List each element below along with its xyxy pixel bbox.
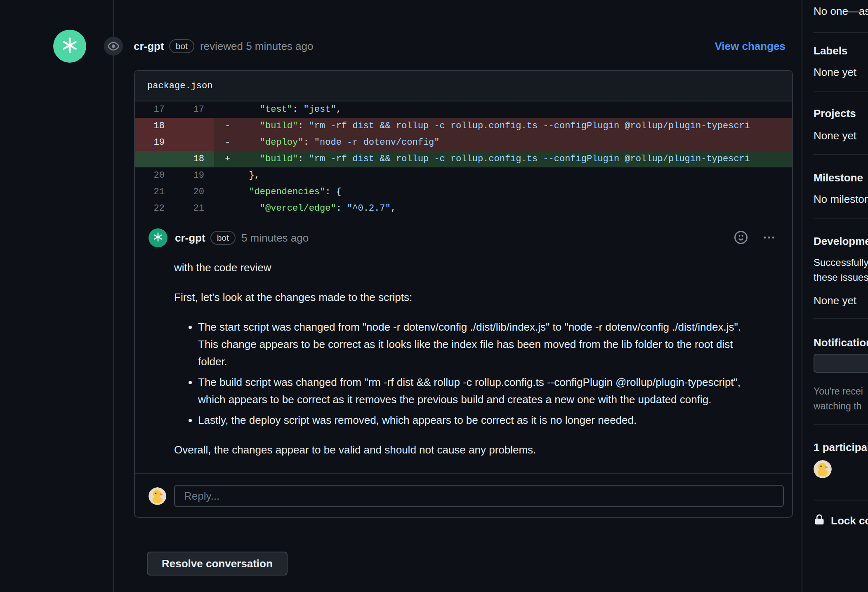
participants-heading: 1 participan [814,440,868,454]
bot-badge: bot [169,39,194,53]
new-line-number: 19 [175,167,214,184]
labels-heading: Labels [814,44,847,58]
code-token: "node -r dotenv/config" [314,137,440,148]
code-token: , [336,104,342,115]
eye-icon [104,37,123,56]
reviewer-name[interactable]: cr-gpt [134,40,164,53]
openai-logo-icon [60,35,80,57]
milestone-heading: Milestone [814,171,863,185]
code-token: : [298,121,309,131]
openai-logo-icon [152,231,164,244]
code-token: : [336,203,347,214]
old-line-number: 18 [135,118,175,134]
code-token: "build" [260,121,298,131]
code-line: }, [238,167,792,184]
duck-avatar[interactable] [149,487,166,505]
emoji-reaction-button[interactable] [734,231,748,245]
review-action-text: reviewed 5 minutes ago [200,40,314,53]
code-line: "build": "rm -rf dist && rollup -c rollu… [238,151,792,167]
development-heading: Developme [814,234,868,248]
code-token: , [391,203,396,214]
old-line-number: 21 [135,184,175,200]
development-note-line2: these issues [814,270,868,284]
diff-sign: - [214,118,238,134]
sidebar-separator [814,91,868,92]
new-line-number: 21 [175,200,214,217]
view-changes-link[interactable]: View changes [715,40,786,53]
sidebar-separator [814,218,868,219]
code-token: "^0.2.7" [347,203,391,214]
diff-row: 1717 "test": "jest", [135,101,792,118]
projects-value: None yet [814,129,856,143]
old-line-number: 22 [135,200,175,217]
diff-sign [214,101,238,118]
sidebar-separator [814,318,868,319]
code-token [238,154,260,164]
notifications-note-line1: You're recei [814,384,863,398]
labels-value: None yet [814,65,856,79]
code-token: }, [238,170,260,181]
diff-row: 18- "build": "rm -rf dist && rollup -c r… [135,118,792,134]
lock-label: Lock co [831,514,868,527]
comment: cr-gpt bot 5 minutes ago [135,217,792,517]
comment-intro: with the code review [174,259,755,276]
diff-sign [214,200,238,217]
comment-timestamp: 5 minutes ago [241,232,309,244]
reviewer-avatar[interactable] [53,30,86,63]
comment-bullet: The build script was changed from "rm -r… [198,374,755,408]
code-token [238,187,249,197]
new-line-number: 18 [175,151,214,167]
old-line-number: 19 [135,134,175,151]
code-token: : [298,154,309,164]
diff-sign [214,184,238,200]
milestone-value: No mileston [814,192,868,206]
new-line-number: 17 [175,101,214,118]
code-line: "build": "rm -rf dist && rollup -c rollu… [238,118,792,134]
new-line-number [175,134,214,151]
sidebar-separator [814,32,868,33]
resolve-conversation-button[interactable]: Resolve conversation [147,552,288,576]
code-line: "deploy": "node -r dotenv/config" [238,134,792,151]
review-header: cr-gpt bot reviewed 5 minutes ago View c… [53,30,793,63]
code-line: "test": "jest", [238,101,792,118]
development-note-line1: Successfully [814,256,868,270]
comment-outro: Overall, the changes appear to be valid … [174,441,755,458]
diff-file-header[interactable]: package.json [135,71,792,101]
participant-duck-avatar[interactable] [814,460,832,478]
diff-row: 2019 }, [135,167,792,184]
code-token [238,104,260,115]
comment-author-avatar[interactable] [149,228,167,247]
diff-sign [214,167,238,184]
code-token: "jest" [303,104,336,115]
code-token: : [303,137,314,148]
comment-body: with the code review First, let's look a… [135,247,792,473]
comment-header: cr-gpt bot 5 minutes ago [135,217,792,247]
notifications-note-line2: watching th [814,399,861,413]
assignee-text[interactable]: No one—ass [814,4,868,18]
bot-badge: bot [210,231,236,244]
old-line-number: 20 [135,167,175,184]
lock-conversation-button[interactable]: Lock co [814,514,868,528]
reply-row [135,473,792,517]
reply-input[interactable] [174,485,784,507]
code-token: : [292,104,303,115]
file-name: package.json [147,81,212,91]
comment-author-name[interactable]: cr-gpt [175,232,205,244]
sidebar-separator [814,424,868,425]
old-line-number [135,151,175,167]
comment-lead: First, let's look at the changes made to… [174,289,755,306]
kebab-menu-button[interactable] [762,231,776,245]
comment-bullet-list: The start script was changed from "node … [174,318,755,429]
smiley-icon [734,231,748,245]
notifications-button[interactable] [814,354,868,373]
comment-actions [734,231,776,245]
code-token: "rm -rf dist && rollup -c rollup.config.… [309,154,750,164]
diff-row: 2120 "dependencies": { [135,184,792,200]
diff-sign: + [214,151,238,167]
kebab-icon [762,231,776,245]
lock-icon [814,514,825,528]
code-token: "deploy" [260,137,304,148]
comment-bullet: Lastly, the deploy script was removed, w… [198,411,755,429]
projects-heading: Projects [814,106,856,120]
issue-sidebar: No one—ass Labels None yet Projects None… [802,0,868,592]
